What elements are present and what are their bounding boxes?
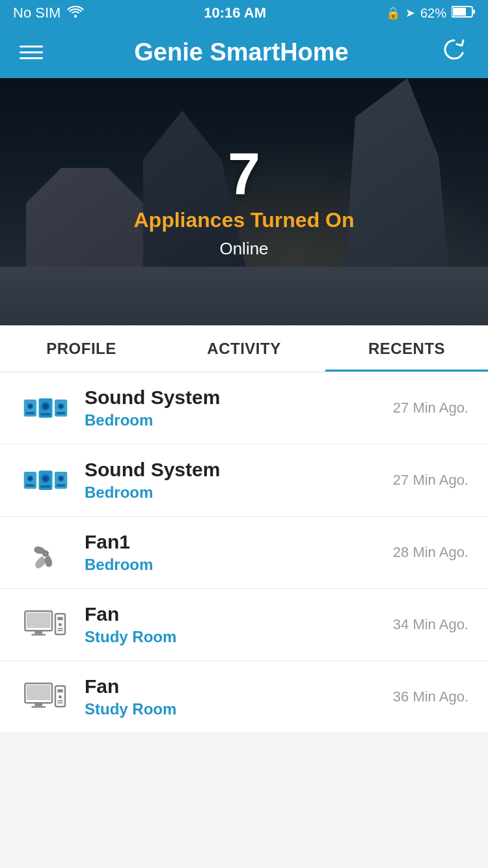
item-name: Fan [85, 675, 393, 698]
svg-rect-43 [31, 706, 46, 708]
svg-point-6 [29, 405, 32, 408]
tab-profile[interactable]: PROFILE [0, 325, 163, 372]
sound-system-icon [20, 464, 72, 496]
svg-rect-23 [40, 485, 51, 488]
item-info: Sound System Bedroom [85, 459, 393, 502]
svg-rect-38 [57, 628, 62, 629]
recent-list: Sound System Bedroom 27 Min Ago. [0, 372, 488, 733]
svg-point-0 [74, 15, 77, 18]
svg-point-37 [59, 623, 62, 627]
item-time: 27 Min Ago. [393, 472, 468, 489]
svg-rect-32 [27, 613, 51, 628]
tab-recents[interactable]: RECENTS [325, 325, 488, 372]
battery-icon [452, 5, 475, 21]
hero-content: 7 Appliances Turned On Online [0, 78, 488, 325]
svg-rect-45 [57, 689, 62, 692]
svg-rect-33 [34, 631, 42, 634]
svg-point-30 [44, 552, 46, 554]
svg-rect-11 [40, 413, 51, 416]
item-info: Fan1 Bedroom [85, 531, 393, 574]
svg-rect-36 [57, 617, 62, 620]
status-left: No SIM [13, 5, 84, 21]
appliances-count: 7 [228, 144, 260, 203]
online-status: Online [219, 239, 268, 259]
svg-point-18 [29, 477, 32, 480]
svg-point-26 [59, 477, 62, 480]
svg-point-10 [44, 404, 48, 409]
svg-rect-7 [25, 412, 34, 414]
svg-rect-39 [57, 630, 62, 631]
fan-icon [20, 536, 72, 569]
list-item[interactable]: Fan Study Room 36 Min Ago. [0, 661, 488, 733]
svg-rect-3 [473, 10, 475, 14]
status-right: 🔒 ➤ 62% [386, 5, 475, 21]
carrier-label: No SIM [13, 5, 61, 21]
list-item[interactable]: Sound System Bedroom 27 Min Ago. [0, 372, 488, 444]
svg-rect-19 [25, 484, 34, 487]
item-name: Sound System [85, 459, 393, 481]
item-name: Fan [85, 603, 393, 625]
item-info: Fan Study Room [85, 675, 393, 718]
app-title: Genie SmartHome [134, 38, 348, 66]
svg-point-46 [59, 696, 62, 699]
svg-rect-27 [57, 484, 66, 487]
list-item[interactable]: Fan1 Bedroom 28 Min Ago. [0, 517, 488, 589]
item-room: Bedroom [85, 556, 393, 574]
svg-point-22 [44, 476, 48, 481]
svg-rect-2 [453, 8, 466, 16]
appliances-label: Appliances Turned On [134, 208, 355, 232]
svg-rect-42 [34, 703, 42, 706]
status-time: 10:16 AM [204, 5, 266, 21]
status-bar: No SIM 10:16 AM 🔒 ➤ 62% [0, 0, 488, 26]
lock-icon: 🔒 [386, 6, 400, 20]
tab-bar: PROFILE ACTIVITY RECENTS [0, 325, 488, 372]
item-time: 28 Min Ago. [393, 544, 468, 561]
item-time: 27 Min Ago. [393, 400, 468, 416]
item-room: Study Room [85, 700, 393, 718]
svg-rect-34 [31, 634, 46, 636]
menu-button[interactable] [20, 46, 43, 59]
location-icon: ➤ [405, 6, 415, 20]
item-info: Sound System Bedroom [85, 387, 393, 429]
wifi-icon [67, 5, 84, 21]
item-room: Bedroom [85, 483, 393, 502]
tab-activity[interactable]: ACTIVITY [163, 325, 325, 372]
item-time: 34 Min Ago. [393, 616, 468, 633]
svg-rect-48 [57, 702, 62, 703]
computer-icon [20, 681, 72, 713]
item-room: Bedroom [85, 411, 393, 429]
sound-system-icon [20, 392, 72, 424]
list-item[interactable]: Fan Study Room 34 Min Ago. [0, 589, 488, 661]
list-item[interactable]: Sound System Bedroom 27 Min Ago. [0, 444, 488, 517]
svg-rect-15 [57, 412, 66, 414]
item-name: Fan1 [85, 531, 393, 553]
battery-label: 62% [420, 6, 446, 21]
item-room: Study Room [85, 628, 393, 646]
item-time: 36 Min Ago. [393, 688, 468, 705]
item-info: Fan Study Room [85, 603, 393, 646]
svg-point-14 [59, 405, 62, 408]
svg-rect-47 [57, 700, 62, 701]
app-header: Genie SmartHome [0, 26, 488, 78]
computer-icon [20, 608, 72, 641]
hero-section: 7 Appliances Turned On Online [0, 78, 488, 325]
item-name: Sound System [85, 387, 393, 409]
svg-rect-41 [27, 685, 51, 700]
refresh-button[interactable] [440, 35, 468, 70]
